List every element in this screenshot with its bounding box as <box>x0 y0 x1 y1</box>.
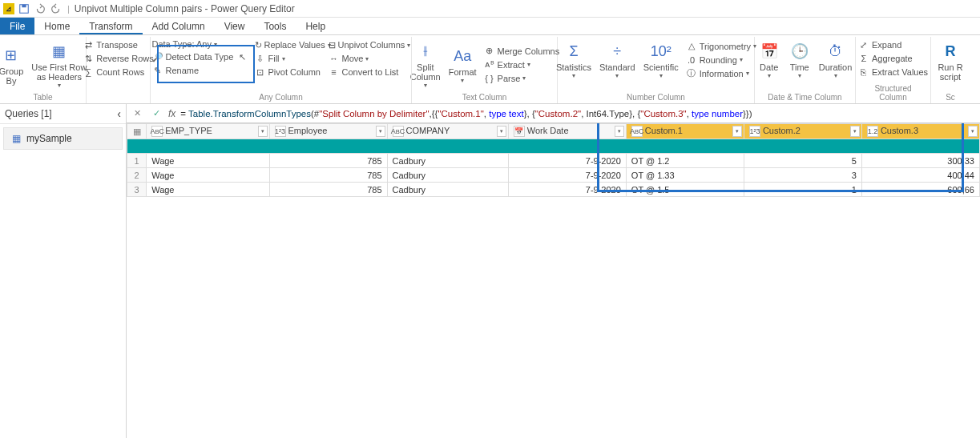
table-row[interactable]: 1 Wage 785 Cadbury 7-9-2020 OT @ 1.2 5 3… <box>127 154 980 168</box>
data-type-button[interactable]: Data Type: Any <box>150 38 251 50</box>
cell-custom-1[interactable]: OT @ 1.33 <box>626 168 744 183</box>
col-filter-icon[interactable]: ▾ <box>376 126 385 137</box>
queries-header: Queries [1] ‹ <box>0 104 126 124</box>
tab-add-column[interactable]: Add Column <box>143 18 215 34</box>
formula-cancel-icon[interactable]: ✕ <box>130 106 144 121</box>
run-r-button[interactable]: RRun R script <box>934 38 966 83</box>
cell-employee[interactable]: 785 <box>269 168 387 183</box>
tab-file[interactable]: File <box>0 18 34 34</box>
ribbon: ⊞ Group By ▦ Use First Row as Headers Ta… <box>0 35 980 104</box>
tab-help[interactable]: Help <box>296 18 335 34</box>
col-company[interactable]: ABCCOMPANY▾ <box>387 124 508 139</box>
query-item[interactable]: ▦ mySample <box>3 127 123 150</box>
scientific-button[interactable]: 10²Scientific <box>640 38 682 81</box>
reverse-rows-icon: ⇅ <box>83 53 94 64</box>
col-filter-icon[interactable]: ▾ <box>497 126 506 137</box>
tab-tools[interactable]: Tools <box>254 18 296 34</box>
cell-custom-2[interactable]: 3 <box>744 168 861 183</box>
transpose-button[interactable]: ⇄Transpose <box>80 38 156 51</box>
pivot-column-button[interactable]: ⊡Pivot Column <box>252 66 325 78</box>
save-icon[interactable] <box>18 2 30 15</box>
formula-text[interactable]: = Table.TransformColumnTypes(#"Split Col… <box>180 108 977 119</box>
col-filter-icon[interactable]: ▾ <box>732 126 742 137</box>
col-filter-icon[interactable]: ▾ <box>968 126 978 137</box>
cell-custom-3[interactable]: 300,33 <box>861 154 979 168</box>
cell-emp-type[interactable]: Wage <box>147 183 269 197</box>
collapse-icon[interactable]: ‹ <box>117 107 121 120</box>
cell-custom-3[interactable]: 600,66 <box>861 183 979 197</box>
replace-values-button[interactable]: ↻Replace Values <box>252 38 325 51</box>
cell-company[interactable]: Cadbury <box>387 168 508 183</box>
information-button[interactable]: ⓘInformation <box>684 67 759 80</box>
extract-values-button[interactable]: ⎘Extract Values <box>856 66 930 78</box>
table-row[interactable]: 3 Wage 785 Cadbury 7-9-2020 OT @ 1.5 1 6… <box>127 183 980 197</box>
col-custom-3[interactable]: 1.2Custom.3▾ <box>861 124 979 139</box>
statistics-button[interactable]: ΣStatistics <box>553 38 595 81</box>
parse-button[interactable]: { }Parse <box>482 72 563 85</box>
tab-transform[interactable]: Transform <box>79 18 142 34</box>
col-work-date[interactable]: 📅Work Date▾ <box>508 124 626 139</box>
group-by-button[interactable]: ⊞ Group By <box>0 42 26 87</box>
format-button[interactable]: AaFormat <box>446 43 480 86</box>
col-filter-icon[interactable]: ▾ <box>258 126 268 137</box>
row-number[interactable]: 3 <box>127 183 147 197</box>
cell-custom-2[interactable]: 1 <box>744 183 861 197</box>
col-emp-type[interactable]: ABCEMP_TYPE▾ <box>147 124 269 139</box>
tab-home[interactable]: Home <box>34 18 79 34</box>
count-rows-button[interactable]: ∑Count Rows <box>80 66 156 78</box>
cell-company[interactable]: Cadbury <box>387 183 508 197</box>
cell-employee[interactable]: 785 <box>269 183 387 197</box>
row-number[interactable]: 2 <box>127 168 147 183</box>
split-column-button[interactable]: ⫲Split Column <box>407 38 444 90</box>
list-icon: ≡ <box>329 66 340 78</box>
cell-emp-type[interactable]: Wage <box>147 154 269 168</box>
rounding-button[interactable]: .0Rounding <box>684 54 759 66</box>
cell-custom-1[interactable]: OT @ 1.5 <box>626 183 744 197</box>
standard-button[interactable]: ÷Standard <box>596 38 639 81</box>
cell-employee[interactable]: 785 <box>269 154 387 168</box>
fx-icon[interactable]: fx <box>168 108 175 119</box>
col-custom-2[interactable]: 1²3Custom.2▾ <box>744 124 861 139</box>
cell-work-date[interactable]: 7-9-2020 <box>508 183 626 197</box>
group-label-struct-column: Structured Column <box>861 82 926 103</box>
row-number[interactable]: 1 <box>127 154 147 168</box>
detect-data-type-button[interactable]: 🔎Detect Data Type↖ <box>150 50 251 63</box>
expand-button[interactable]: ⤢Expand <box>856 38 930 51</box>
col-custom-1[interactable]: ABCCustom.1▾ <box>626 124 744 139</box>
convert-to-list-button[interactable]: ≡Convert to List <box>326 66 413 78</box>
undo-icon[interactable] <box>34 2 46 15</box>
cell-company[interactable]: Cadbury <box>387 154 508 168</box>
aggregate-button[interactable]: ΣAggregate <box>856 52 930 65</box>
move-button[interactable]: ↔Move <box>326 52 413 65</box>
col-filter-icon[interactable]: ▾ <box>615 126 624 137</box>
pivot-icon: ⊡ <box>255 66 266 78</box>
col-employee[interactable]: 1²3Employee▾ <box>269 124 387 139</box>
date-button[interactable]: 📅Date <box>755 38 784 81</box>
duration-button[interactable]: ⏱Duration <box>816 38 856 81</box>
trigonometry-button[interactable]: △Trigonometry <box>684 40 759 53</box>
cell-custom-2[interactable]: 5 <box>744 154 861 168</box>
svg-rect-1 <box>22 4 26 7</box>
redo-icon[interactable] <box>50 2 63 15</box>
tab-view[interactable]: View <box>215 18 255 34</box>
cell-work-date[interactable]: 7-9-2020 <box>508 154 626 168</box>
reverse-rows-button[interactable]: ⇅Reverse Rows <box>80 52 156 65</box>
time-button[interactable]: 🕒Time <box>785 38 814 81</box>
rename-button[interactable]: ✎Rename <box>150 64 251 77</box>
cell-emp-type[interactable]: Wage <box>147 168 269 183</box>
formula-bar: ✕ ✓ fx = Table.TransformColumnTypes(#"Sp… <box>127 104 980 123</box>
cell-work-date[interactable]: 7-9-2020 <box>508 168 626 183</box>
table-row[interactable]: 2 Wage 785 Cadbury 7-9-2020 OT @ 1.33 3 … <box>127 168 980 183</box>
merge-columns-button[interactable]: ⊕Merge Columns <box>482 45 563 58</box>
fill-button[interactable]: ⇩Fill <box>252 52 325 65</box>
transpose-icon: ⇄ <box>83 39 94 50</box>
cell-custom-3[interactable]: 400,44 <box>861 168 979 183</box>
cell-custom-1[interactable]: OT @ 1.2 <box>626 154 744 168</box>
format-label: Format <box>449 67 477 77</box>
col-filter-icon[interactable]: ▾ <box>850 126 860 137</box>
formula-commit-icon[interactable]: ✓ <box>149 106 163 121</box>
extract-button[interactable]: ᴀᴮExtract <box>482 58 563 71</box>
standard-icon: ÷ <box>606 40 628 62</box>
table-corner[interactable]: ▦ <box>127 124 147 139</box>
unpivot-columns-button[interactable]: ⊟Unpivot Columns <box>326 38 413 51</box>
